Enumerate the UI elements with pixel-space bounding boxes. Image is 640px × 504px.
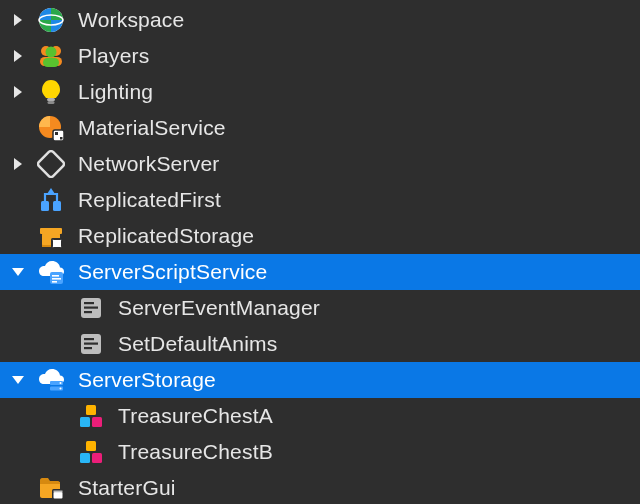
tree-label: SetDefaultAnims bbox=[118, 332, 277, 356]
tree-row-server-storage[interactable]: ServerStorage bbox=[0, 362, 640, 398]
svg-rect-30 bbox=[52, 275, 59, 277]
tree-label: ReplicatedStorage bbox=[78, 224, 254, 248]
svg-rect-48 bbox=[92, 417, 102, 427]
script-icon bbox=[76, 293, 106, 323]
tree-row-replicated-storage[interactable]: ReplicatedStorage bbox=[0, 218, 640, 254]
tree-label: MaterialService bbox=[78, 116, 226, 140]
network-server-icon bbox=[36, 149, 66, 179]
replicated-first-icon bbox=[36, 185, 66, 215]
svg-rect-21 bbox=[40, 228, 62, 234]
svg-rect-10 bbox=[47, 98, 55, 101]
tree-label: ReplicatedFirst bbox=[78, 188, 221, 212]
svg-marker-9 bbox=[14, 86, 22, 98]
svg-rect-40 bbox=[84, 347, 92, 349]
tree-label: ServerScriptService bbox=[78, 260, 267, 284]
svg-rect-15 bbox=[60, 137, 63, 140]
tree-label: TreasureChestB bbox=[118, 440, 273, 464]
server-storage-icon bbox=[36, 365, 66, 395]
svg-marker-16 bbox=[14, 158, 22, 170]
svg-rect-8 bbox=[43, 58, 59, 67]
tree-label: ServerEventManager bbox=[118, 296, 320, 320]
tree-row-replicated-first[interactable]: ReplicatedFirst bbox=[0, 182, 640, 218]
svg-rect-47 bbox=[80, 417, 90, 427]
tree-label: TreasureChestA bbox=[118, 404, 273, 428]
tree-row-workspace[interactable]: Workspace bbox=[0, 2, 640, 38]
svg-rect-35 bbox=[84, 307, 98, 309]
svg-rect-54 bbox=[54, 491, 63, 493]
tree-label: Workspace bbox=[78, 8, 184, 32]
svg-rect-18 bbox=[41, 201, 49, 211]
collapse-toggle[interactable] bbox=[0, 374, 36, 386]
svg-rect-14 bbox=[55, 132, 58, 135]
tree-row-set-default-anims[interactable]: SetDefaultAnims bbox=[0, 326, 640, 362]
svg-rect-17 bbox=[37, 150, 65, 178]
svg-rect-19 bbox=[53, 201, 61, 211]
expand-toggle[interactable] bbox=[0, 49, 36, 63]
lighting-icon bbox=[36, 77, 66, 107]
svg-rect-46 bbox=[86, 405, 96, 415]
tree-row-material-service[interactable]: MaterialService bbox=[0, 110, 640, 146]
server-script-service-icon bbox=[36, 257, 66, 287]
tree-label: Lighting bbox=[78, 80, 153, 104]
tree-row-server-event-manager[interactable]: ServerEventManager bbox=[0, 290, 640, 326]
svg-rect-38 bbox=[84, 338, 94, 340]
replicated-storage-icon bbox=[36, 221, 66, 251]
tree-label: Players bbox=[78, 44, 149, 68]
tree-row-starter-gui[interactable]: StarterGui bbox=[0, 470, 640, 504]
tree-row-treasure-chest-a[interactable]: TreasureChestA bbox=[0, 398, 640, 434]
svg-rect-31 bbox=[52, 278, 61, 280]
svg-rect-26 bbox=[53, 240, 62, 248]
material-service-icon bbox=[36, 113, 66, 143]
expand-toggle[interactable] bbox=[0, 13, 36, 27]
svg-rect-53 bbox=[54, 492, 63, 499]
svg-marker-0 bbox=[14, 14, 22, 26]
tree-row-lighting[interactable]: Lighting bbox=[0, 74, 640, 110]
script-icon bbox=[76, 329, 106, 359]
expand-toggle[interactable] bbox=[0, 85, 36, 99]
tree-label: NetworkServer bbox=[78, 152, 219, 176]
collapse-toggle[interactable] bbox=[0, 266, 36, 278]
svg-marker-28 bbox=[12, 268, 24, 276]
model-icon bbox=[76, 437, 106, 467]
tree-label: ServerStorage bbox=[78, 368, 216, 392]
workspace-icon bbox=[36, 5, 66, 35]
svg-point-45 bbox=[60, 388, 62, 390]
svg-point-7 bbox=[46, 47, 57, 58]
expand-toggle[interactable] bbox=[0, 157, 36, 171]
svg-marker-41 bbox=[12, 376, 24, 384]
tree-row-treasure-chest-b[interactable]: TreasureChestB bbox=[0, 434, 640, 470]
svg-marker-20 bbox=[47, 188, 55, 194]
svg-rect-36 bbox=[84, 311, 92, 313]
svg-rect-50 bbox=[80, 453, 90, 463]
svg-point-44 bbox=[60, 382, 62, 384]
svg-rect-51 bbox=[92, 453, 102, 463]
model-icon bbox=[76, 401, 106, 431]
svg-rect-32 bbox=[52, 281, 57, 283]
tree-label: StarterGui bbox=[78, 476, 176, 500]
players-icon bbox=[36, 41, 66, 71]
svg-rect-34 bbox=[84, 302, 94, 304]
tree-row-players[interactable]: Players bbox=[0, 38, 640, 74]
svg-rect-39 bbox=[84, 343, 98, 345]
explorer-tree: Workspace Players bbox=[0, 0, 640, 504]
svg-rect-11 bbox=[48, 101, 55, 104]
starter-gui-icon bbox=[36, 473, 66, 503]
svg-rect-49 bbox=[86, 441, 96, 451]
tree-row-network-server[interactable]: NetworkServer bbox=[0, 146, 640, 182]
tree-row-server-script-service[interactable]: ServerScriptService bbox=[0, 254, 640, 290]
svg-marker-3 bbox=[14, 50, 22, 62]
